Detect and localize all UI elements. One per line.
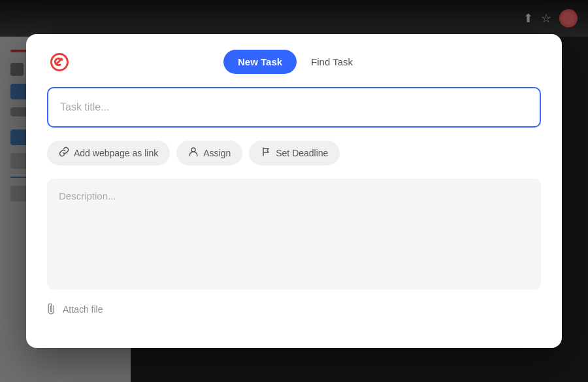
tab-find-task[interactable]: Find Task (299, 50, 365, 74)
add-webpage-link-button[interactable]: Add webpage as link (47, 141, 170, 165)
deadline-icon (261, 147, 271, 160)
modal-overlay: New Task Find Task Add webpage as link (0, 0, 588, 382)
link-icon (59, 147, 69, 160)
tab-new-task[interactable]: New Task (223, 50, 297, 74)
attach-file-row[interactable]: Attach file (47, 303, 541, 316)
set-deadline-label: Set Deadline (276, 148, 328, 158)
assign-button[interactable]: Assign (176, 141, 242, 165)
new-task-modal: New Task Find Task Add webpage as link (26, 34, 562, 348)
description-textarea[interactable] (47, 179, 541, 290)
modal-header: New Task Find Task (47, 50, 541, 74)
action-buttons-row: Add webpage as link Assign (47, 141, 541, 165)
add-webpage-link-label: Add webpage as link (74, 148, 158, 158)
logo (47, 50, 72, 75)
set-deadline-button[interactable]: Set Deadline (249, 141, 340, 165)
svg-point-1 (191, 148, 195, 152)
task-title-input[interactable] (47, 87, 541, 128)
attach-icon (44, 301, 60, 317)
logo-icon (47, 50, 72, 75)
assign-icon (188, 147, 199, 160)
attach-file-label: Attach file (63, 304, 103, 315)
tab-group: New Task Find Task (223, 50, 365, 74)
assign-label: Assign (203, 148, 231, 158)
